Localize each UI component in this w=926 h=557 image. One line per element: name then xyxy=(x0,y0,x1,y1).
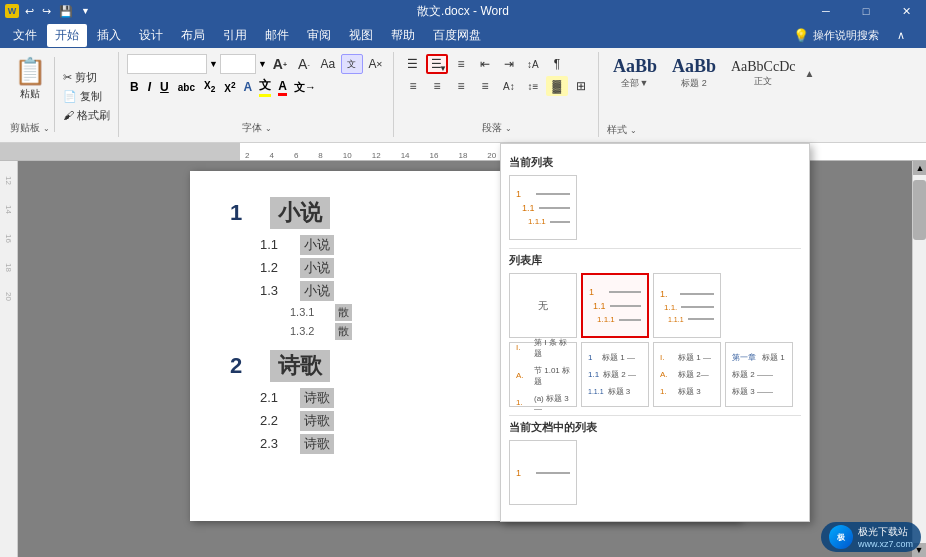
font-size-dropdown[interactable]: ▼ xyxy=(258,59,267,69)
watermark: 极 极光下载站 www.xz7.com xyxy=(821,522,921,552)
list-line-3: 1.1.1 xyxy=(516,217,570,226)
entry-title: 小说 xyxy=(270,197,330,229)
entry-title: 小说 xyxy=(300,258,334,278)
font-color-btn[interactable]: A xyxy=(276,79,289,96)
cut-button[interactable]: ✂ 剪切 xyxy=(59,69,114,86)
strikethrough-btn[interactable]: abc xyxy=(175,81,198,94)
justify-btn[interactable]: ≡ xyxy=(474,76,496,96)
vertical-scrollbar[interactable]: ▲ ▼ xyxy=(912,161,926,557)
shading-btn[interactable]: ▓ xyxy=(546,76,568,96)
preview-num: 1 xyxy=(516,468,532,478)
ribbon-collapse[interactable]: ∧ xyxy=(881,24,921,46)
line-spacing-btn[interactable]: ↕≡ xyxy=(522,76,544,96)
menu-references[interactable]: 引用 xyxy=(215,24,255,47)
menu-design[interactable]: 设计 xyxy=(131,24,171,47)
subscript-btn[interactable]: X2 xyxy=(201,79,218,95)
increase-indent-btn[interactable]: ⇥ xyxy=(498,54,520,74)
format-painter-button[interactable]: 🖌 格式刷 xyxy=(59,107,114,124)
menu-insert[interactable]: 插入 xyxy=(89,24,129,47)
numbered-list-btn[interactable]: ☰ ▼ xyxy=(426,54,448,74)
close-btn[interactable]: ✕ xyxy=(886,0,926,22)
entry-title: 小说 xyxy=(300,235,334,255)
maximize-btn[interactable]: □ xyxy=(846,0,886,22)
menu-mailing[interactable]: 邮件 xyxy=(257,24,297,47)
list-chapter-item[interactable]: 第一章 标题 1 标题 2 —— 标题 3 —— xyxy=(725,342,793,407)
font-case[interactable]: Aa xyxy=(317,54,339,74)
scroll-thumb[interactable] xyxy=(913,180,926,240)
list-preview-line-1: 1. xyxy=(660,289,714,299)
text-direction-btn[interactable]: A↕ xyxy=(498,76,520,96)
entry-title: 诗歌 xyxy=(270,350,330,382)
font-name-input[interactable] xyxy=(127,54,207,74)
font-size-input[interactable] xyxy=(220,54,256,74)
list-heading-item[interactable]: 1 标题 1 — 1.1 标题 2 — 1.1.1 标题 3 xyxy=(581,342,649,407)
align-center-btn[interactable]: ≡ xyxy=(426,76,448,96)
font-name-dropdown[interactable]: ▼ xyxy=(209,59,218,69)
entry-title: 诗歌 xyxy=(300,434,334,454)
list-library-item-selected[interactable]: 1 1.1 1.1.1 xyxy=(581,273,649,338)
superscript-btn[interactable]: X2 xyxy=(221,79,238,95)
decrease-font-size[interactable]: A- xyxy=(293,54,315,74)
char-spacing-btn[interactable]: 文→ xyxy=(292,80,318,95)
show-marks-btn[interactable]: ¶ xyxy=(546,54,568,74)
menu-help[interactable]: 帮助 xyxy=(383,24,423,47)
style-item-heading2[interactable]: AaBb 标题 2 xyxy=(666,54,722,92)
list-num: 1.1 xyxy=(516,203,535,213)
current-doc-grid: 1 xyxy=(509,440,801,505)
menu-view[interactable]: 视图 xyxy=(341,24,381,47)
search-operations[interactable]: 💡 操作说明搜索 xyxy=(793,28,879,43)
copy-button[interactable]: 📄 复制 xyxy=(59,88,114,105)
menu-home[interactable]: 开始 xyxy=(47,24,87,47)
style-item-all[interactable]: AaBb 全部▼ xyxy=(607,54,663,92)
list-none-item[interactable]: 无 xyxy=(509,273,577,338)
clipboard-label: 剪贴板 ⌄ xyxy=(10,121,50,135)
menu-baidu[interactable]: 百度网盘 xyxy=(425,24,489,47)
ribbon-group-font: ▼ ▼ A+ A- Aa 文 A✕ B I U abc X2 X2 A xyxy=(121,52,394,137)
list-roman-item[interactable]: I. 标题 1 — A. 标题 2— 1. 标题 3 xyxy=(653,342,721,407)
watermark-logo: 极 xyxy=(829,525,853,549)
list-legal-item[interactable]: I. 第 I 条 标题 A. 节 1.01 标题 1. (a) 标题 3— xyxy=(509,342,577,407)
quick-access-save[interactable]: 💾 xyxy=(57,5,75,18)
increase-font-size[interactable]: A+ xyxy=(269,54,291,74)
title-bar-controls: ─ □ ✕ xyxy=(806,0,926,22)
highlight-btn[interactable]: 文 xyxy=(257,77,273,97)
entry-num: 1.3.1 xyxy=(290,306,325,318)
list-preview-line: 1.1.1 标题 3 xyxy=(588,386,642,397)
style-item-normal[interactable]: AaBbCcDc 正文 xyxy=(725,57,802,90)
align-right-btn[interactable]: ≡ xyxy=(450,76,472,96)
list-library-title: 列表库 xyxy=(509,253,801,268)
decrease-indent-btn[interactable]: ⇤ xyxy=(474,54,496,74)
paste-button[interactable]: 📋 粘贴 xyxy=(10,52,50,105)
list-library-item-2[interactable]: 1. 1.1. 1.1.1 xyxy=(653,273,721,338)
menu-review[interactable]: 审阅 xyxy=(299,24,339,47)
current-list-item[interactable]: 1 1.1 1.1.1 xyxy=(509,175,577,240)
text-effect-btn[interactable]: A xyxy=(242,80,255,94)
minimize-btn[interactable]: ─ xyxy=(806,0,846,22)
menu-layout[interactable]: 布局 xyxy=(173,24,213,47)
current-list-title: 当前列表 xyxy=(509,155,801,170)
entry-title: 诗歌 xyxy=(300,411,334,431)
watermark-url: www.xz7.com xyxy=(858,539,913,549)
entry-title: 诗歌 xyxy=(300,388,334,408)
styles-scroll-up[interactable]: ▲ xyxy=(804,68,814,79)
bold-btn[interactable]: B xyxy=(127,79,142,95)
scroll-up-btn[interactable]: ▲ xyxy=(913,161,926,175)
border-btn[interactable]: ⊞ xyxy=(570,76,592,96)
italic-btn[interactable]: I xyxy=(145,79,154,95)
quick-access-redo[interactable]: ↪ xyxy=(40,5,53,18)
entry-num: 2.3 xyxy=(260,436,290,451)
clear-format[interactable]: A✕ xyxy=(365,54,387,74)
list-preview-line-2: 1.1. xyxy=(660,303,714,312)
bullet-list-btn[interactable]: ☰ xyxy=(402,54,424,74)
wubi-btn[interactable]: 文 xyxy=(341,54,363,74)
watermark-text-area: 极光下载站 www.xz7.com xyxy=(858,525,913,549)
menu-file[interactable]: 文件 xyxy=(5,24,45,47)
doc-list-item[interactable]: 1 xyxy=(509,440,577,505)
quick-access-undo[interactable]: ↩ xyxy=(23,5,36,18)
quick-access-extra[interactable]: ▼ xyxy=(79,6,92,16)
sort-btn[interactable]: ↕A xyxy=(522,54,544,74)
multilevel-list-btn[interactable]: ≡ xyxy=(450,54,472,74)
align-left-btn[interactable]: ≡ xyxy=(402,76,424,96)
underline-btn[interactable]: U xyxy=(157,79,172,95)
divider xyxy=(509,248,801,249)
